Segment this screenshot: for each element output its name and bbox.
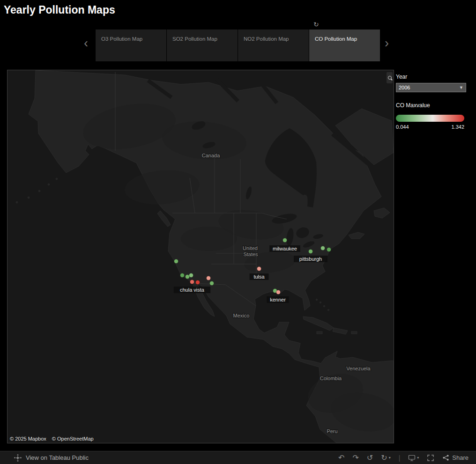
tab-o3-pollution-map[interactable]: O3 Pollution Map: [96, 29, 166, 61]
tab-strip: O3 Pollution Map SO2 Pollution Map NO2 P…: [96, 29, 380, 61]
map-point[interactable]: [257, 267, 261, 271]
tableau-toolbar: View on Tableau Public ↶ ↷ ↺ ↻ ▾ | ▾: [0, 451, 476, 464]
map-point[interactable]: [207, 276, 211, 280]
year-filter-label: Year: [396, 74, 466, 80]
map-point[interactable]: [309, 250, 313, 254]
map-search-control[interactable]: [387, 72, 393, 83]
toolbar-actions: ↶ ↷ ↺ ↻ ▾ | ▾ Share: [338, 454, 469, 462]
share-button[interactable]: Share: [442, 454, 469, 461]
city-label[interactable]: milwaukee: [273, 246, 297, 251]
legend-gradient: [396, 115, 464, 122]
map-viewport[interactable]: CanadaUnitedStatesMexicoVenezuelaColombi…: [7, 70, 394, 443]
city-label[interactable]: tulsa: [253, 274, 265, 280]
chevron-down-icon: ▾: [389, 456, 391, 460]
map-svg: CanadaUnitedStatesMexicoVenezuelaColombi…: [7, 70, 394, 443]
map-point[interactable]: [327, 248, 331, 252]
city-label[interactable]: chula vista: [180, 287, 205, 293]
tab-no2-pollution-map[interactable]: NO2 Pollution Map: [238, 29, 309, 61]
map-point[interactable]: [283, 238, 287, 243]
map-point[interactable]: [190, 280, 194, 284]
map-point[interactable]: [210, 281, 214, 286]
view-on-tableau-public-label: View on Tableau Public: [26, 454, 89, 461]
tab-so2-pollution-map[interactable]: SO2 Pollution Map: [167, 29, 238, 61]
refresh-button[interactable]: ↻ ▾: [381, 454, 390, 462]
map-point[interactable]: [196, 280, 200, 285]
share-icon: [442, 454, 449, 461]
toolbar-divider: |: [399, 454, 401, 462]
jamaica: [317, 331, 322, 334]
map-point[interactable]: [174, 259, 178, 264]
share-label: Share: [452, 454, 469, 461]
page-title: Yearly Pollution Maps: [4, 4, 115, 16]
loading-spinner-icon: ↻: [313, 21, 319, 28]
year-dropdown-value: 2006: [399, 85, 410, 90]
tabs-next-chevron-icon[interactable]: ›: [385, 37, 389, 50]
search-icon: [388, 76, 392, 80]
tableau-logo-icon: [14, 454, 22, 462]
map-point[interactable]: [180, 273, 185, 278]
year-dropdown[interactable]: 2006 ▼: [396, 83, 466, 92]
legend-values: 0.044 1.342: [396, 124, 464, 130]
monitor-icon: [408, 454, 416, 462]
map-point[interactable]: [189, 273, 193, 278]
display-size-button[interactable]: ▾: [408, 454, 419, 462]
puerto-rico: [351, 331, 357, 334]
country-label: Peru: [327, 428, 337, 434]
legend-max-value: 1.342: [451, 124, 464, 130]
filter-panel: Year 2006 ▼ CO Maxvalue 0.044 1.342: [396, 74, 466, 130]
map-attribution: © 2025 Mapbox © OpenStreetMap: [10, 436, 94, 442]
fullscreen-button[interactable]: [427, 454, 434, 462]
map-point[interactable]: [276, 290, 281, 295]
city-label[interactable]: pittsburgh: [299, 256, 322, 262]
refresh-icon: ↻: [381, 454, 387, 462]
legend-title: CO Maxvalue: [396, 102, 466, 109]
osm-attribution-link[interactable]: © OpenStreetMap: [52, 436, 94, 442]
country-label: Colombia: [320, 376, 342, 381]
chevron-down-icon: ▾: [417, 456, 419, 460]
tab-co-pollution-map[interactable]: CO Pollution Map: [309, 29, 380, 61]
country-label: United: [243, 245, 258, 251]
chevron-down-icon: ▼: [459, 85, 463, 90]
view-on-tableau-public-link[interactable]: View on Tableau Public: [14, 454, 89, 462]
mapbox-attribution-link[interactable]: © 2025 Mapbox: [10, 436, 46, 442]
undo-button[interactable]: ↶: [338, 454, 344, 462]
tabs-prev-chevron-icon[interactable]: ‹: [84, 37, 88, 50]
city-label[interactable]: kenner: [270, 297, 286, 302]
redo-button[interactable]: ↷: [352, 454, 358, 462]
country-label: Venezuela: [346, 366, 371, 371]
replay-button[interactable]: ↺: [367, 454, 373, 462]
country-label: States: [243, 251, 258, 257]
country-label: Canada: [202, 153, 220, 158]
map-point[interactable]: [321, 246, 325, 250]
country-label: Mexico: [233, 313, 250, 318]
legend-min-value: 0.044: [396, 124, 409, 130]
